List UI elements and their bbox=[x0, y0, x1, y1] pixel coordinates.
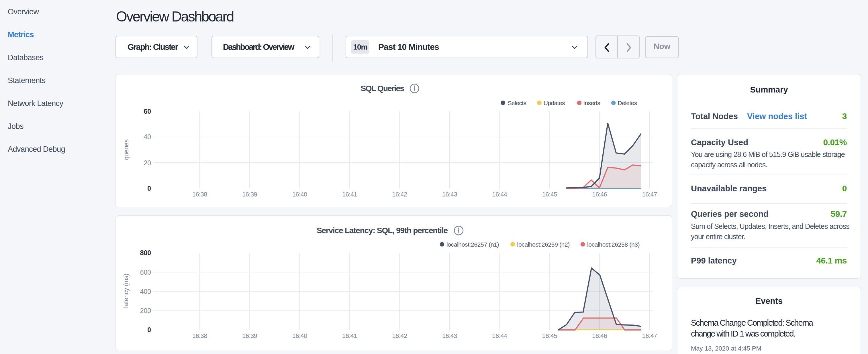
svg-text:16:41: 16:41 bbox=[342, 191, 357, 198]
svg-text:16:43: 16:43 bbox=[442, 332, 457, 340]
svg-text:600: 600 bbox=[140, 269, 151, 276]
svg-text:40: 40 bbox=[144, 133, 151, 141]
svg-text:16:40: 16:40 bbox=[292, 332, 307, 340]
svg-text:Updates: Updates bbox=[544, 100, 565, 106]
svg-text:16:47: 16:47 bbox=[642, 191, 657, 198]
svg-text:localhost:26258 (n3): localhost:26258 (n3) bbox=[587, 241, 640, 248]
svg-text:Inserts: Inserts bbox=[583, 100, 600, 106]
svg-text:0: 0 bbox=[147, 326, 151, 334]
svg-text:16:45: 16:45 bbox=[542, 332, 557, 340]
svg-text:16:42: 16:42 bbox=[392, 191, 407, 198]
svg-text:16:46: 16:46 bbox=[592, 191, 607, 198]
svg-text:0: 0 bbox=[147, 185, 151, 192]
svg-text:400: 400 bbox=[140, 288, 151, 295]
svg-text:Service Latency: SQL, 99th per: Service Latency: SQL, 99th percentile bbox=[317, 226, 447, 235]
svg-text:localhost:26257 (n1): localhost:26257 (n1) bbox=[446, 241, 499, 248]
svg-text:800: 800 bbox=[140, 249, 151, 257]
svg-text:localhost:26259 (n2): localhost:26259 (n2) bbox=[517, 241, 570, 248]
svg-text:16:38: 16:38 bbox=[192, 332, 207, 340]
svg-text:16:42: 16:42 bbox=[392, 332, 407, 340]
svg-text:60: 60 bbox=[144, 108, 151, 115]
svg-text:16:39: 16:39 bbox=[242, 332, 257, 340]
svg-text:16:44: 16:44 bbox=[492, 332, 507, 340]
svg-text:16:38: 16:38 bbox=[192, 191, 207, 198]
svg-text:16:40: 16:40 bbox=[292, 191, 307, 198]
svg-text:queries: queries bbox=[123, 139, 130, 160]
svg-text:200: 200 bbox=[140, 307, 151, 315]
svg-text:16:45: 16:45 bbox=[542, 191, 557, 198]
svg-text:Selects: Selects bbox=[508, 100, 526, 106]
svg-text:16:39: 16:39 bbox=[242, 191, 257, 198]
svg-text:latency (ms): latency (ms) bbox=[122, 273, 129, 308]
svg-text:16:47: 16:47 bbox=[642, 332, 657, 340]
svg-text:16:41: 16:41 bbox=[342, 332, 357, 340]
svg-text:16:44: 16:44 bbox=[492, 191, 507, 198]
svg-text:Deletes: Deletes bbox=[618, 100, 637, 106]
svg-text:SQL Queries: SQL Queries bbox=[361, 84, 404, 93]
svg-text:16:46: 16:46 bbox=[592, 332, 607, 340]
svg-text:16:43: 16:43 bbox=[442, 191, 457, 198]
svg-text:20: 20 bbox=[144, 159, 151, 167]
